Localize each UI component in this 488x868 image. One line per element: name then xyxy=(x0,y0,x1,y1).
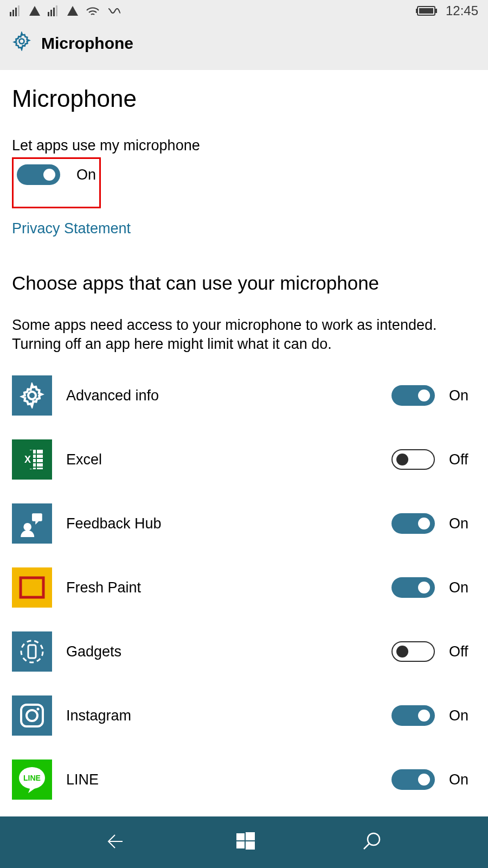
svg-rect-28 xyxy=(28,645,36,658)
app-toggle-state: On xyxy=(449,707,476,724)
clock-text: 12:45 xyxy=(446,3,478,18)
gear-icon xyxy=(12,31,31,55)
svg-text:LINE: LINE xyxy=(23,774,41,782)
app-toggle-state: Off xyxy=(449,643,476,660)
svg-point-13 xyxy=(20,39,24,44)
app-row: Fresh PaintOn xyxy=(12,567,476,608)
app-toggle-state: On xyxy=(449,771,476,788)
status-bar: 12:45 xyxy=(0,0,488,22)
app-row: Feedback HubOn xyxy=(12,503,476,544)
svg-point-30 xyxy=(27,710,37,721)
battery-icon xyxy=(415,5,438,16)
app-name: Fresh Paint xyxy=(66,579,377,596)
sim-2-icon xyxy=(67,6,78,16)
app-row: GadgetsOff xyxy=(12,631,476,672)
app-name: Instagram xyxy=(66,707,377,724)
app-row: InstagramOn xyxy=(12,695,476,736)
privacy-statement-link[interactable]: Privacy Statement xyxy=(12,220,131,237)
app-row: XExcelOff xyxy=(12,439,476,480)
app-toggle[interactable] xyxy=(391,577,435,598)
svg-marker-24 xyxy=(35,521,38,525)
svg-point-25 xyxy=(23,523,31,531)
svg-rect-12 xyxy=(419,8,433,14)
svg-rect-0 xyxy=(10,12,11,16)
wifi-icon xyxy=(86,5,100,16)
master-toggle-label: Let apps use my microphone xyxy=(12,137,476,154)
app-toggle[interactable] xyxy=(391,705,435,726)
svg-rect-29 xyxy=(21,705,43,726)
app-toggle[interactable] xyxy=(391,449,435,470)
app-toggle-state: On xyxy=(449,579,476,596)
search-button[interactable] xyxy=(362,831,383,854)
line-app-icon: LINE xyxy=(12,760,52,800)
svg-point-14 xyxy=(28,392,36,399)
section-title: Choose apps that can use your microphone xyxy=(12,272,476,294)
svg-rect-26 xyxy=(21,578,43,597)
app-toggle-state: On xyxy=(449,387,476,404)
svg-rect-1 xyxy=(12,10,14,16)
svg-point-31 xyxy=(37,708,40,711)
signal-1-icon xyxy=(10,5,22,16)
svg-marker-9 xyxy=(67,6,78,16)
svg-rect-34 xyxy=(236,833,245,840)
section-subtext: Some apps need access to your microphone… xyxy=(12,316,476,354)
svg-rect-11 xyxy=(435,9,437,13)
svg-rect-23 xyxy=(32,513,42,521)
feedback-app-icon xyxy=(12,503,52,544)
instagram-app-icon xyxy=(12,695,52,736)
svg-rect-36 xyxy=(236,841,245,848)
master-toggle[interactable] xyxy=(17,164,60,185)
svg-rect-8 xyxy=(56,5,57,16)
back-button[interactable] xyxy=(105,831,130,854)
advanced-app-icon xyxy=(12,375,52,416)
app-toggle[interactable] xyxy=(391,385,435,406)
fresh-app-icon xyxy=(12,567,52,608)
svg-rect-37 xyxy=(246,841,255,850)
gadgets-app-icon xyxy=(12,631,52,672)
svg-rect-3 xyxy=(18,5,20,16)
highlight-annotation: On xyxy=(12,157,101,208)
svg-rect-6 xyxy=(50,10,52,16)
start-button[interactable] xyxy=(235,831,256,854)
page-title: Microphone xyxy=(12,85,476,112)
sim-1-icon xyxy=(29,6,40,16)
master-toggle-state: On xyxy=(76,167,96,183)
svg-point-38 xyxy=(368,833,380,845)
svg-text:X: X xyxy=(24,454,31,465)
svg-marker-4 xyxy=(29,6,40,16)
svg-rect-2 xyxy=(15,8,17,16)
app-name: Gadgets xyxy=(66,643,377,660)
app-name: Feedback Hub xyxy=(66,515,377,532)
settings-header: Microphone xyxy=(0,22,488,70)
app-toggle[interactable] xyxy=(391,769,435,790)
app-toggle[interactable] xyxy=(391,513,435,534)
app-name: Excel xyxy=(66,451,377,468)
app-name: LINE xyxy=(66,771,377,788)
app-toggle-state: On xyxy=(449,515,476,532)
app-toggle-state: Off xyxy=(449,451,476,468)
app-name: Advanced info xyxy=(66,387,377,404)
signal-2-icon xyxy=(48,5,60,16)
svg-point-27 xyxy=(21,641,43,662)
svg-rect-5 xyxy=(48,12,49,16)
excel-app-icon: X xyxy=(12,439,52,480)
app-row: LINELINEOn xyxy=(12,760,476,800)
svg-rect-7 xyxy=(53,8,55,16)
header-title: Microphone xyxy=(41,34,133,53)
navigation-bar xyxy=(0,816,488,868)
svg-rect-35 xyxy=(246,832,255,840)
app-row: Advanced infoOn xyxy=(12,375,476,416)
app-toggle[interactable] xyxy=(391,641,435,662)
vibrate-icon xyxy=(107,6,121,16)
